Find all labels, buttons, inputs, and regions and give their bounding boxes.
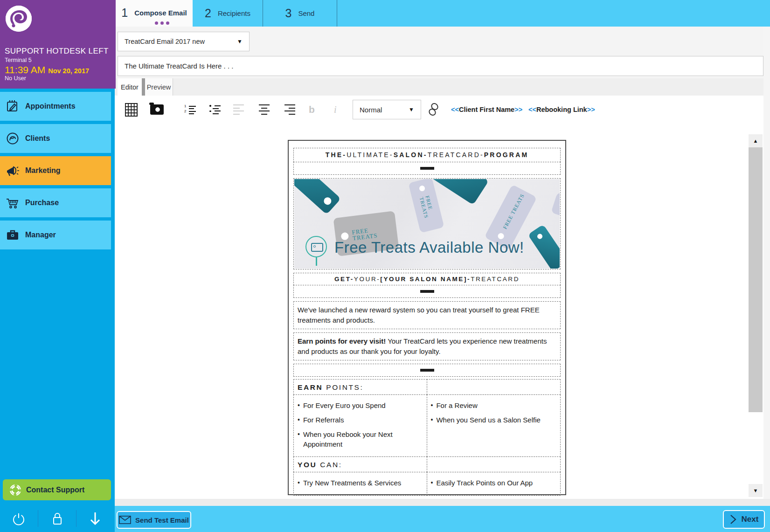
tab-preview-label: Preview — [147, 83, 171, 91]
sidebar-item-label: Clients — [25, 134, 50, 143]
angle-brackets: << — [528, 106, 536, 113]
person-icon — [6, 131, 20, 145]
envelope-icon — [119, 516, 131, 524]
contact-support-button[interactable]: Contact Support — [3, 479, 111, 500]
clock: 11:39 AMNov 20, 2017 — [5, 64, 89, 76]
sidebar-item-manager[interactable]: Manager — [0, 221, 111, 249]
bold-button[interactable]: b — [309, 100, 315, 119]
empty-cell — [427, 456, 561, 472]
next-button[interactable]: Next — [723, 510, 765, 529]
you-can-left-cell: •Try New Treatments & Services — [293, 472, 427, 496]
wizard-step-send[interactable]: 3 Send — [263, 0, 337, 27]
insert-client-first-name-token[interactable]: <<Client First Name>> — [451, 100, 522, 119]
hero-image: FREE TREATS FREE TREATS FREE TREATS Free… — [294, 179, 560, 269]
footer-bar — [115, 506, 770, 532]
calendar-pencil-icon — [6, 99, 20, 113]
time-value: 11:39 AM — [5, 64, 45, 75]
step-progress-dots — [155, 21, 169, 25]
treat-tag — [294, 179, 341, 214]
power-icon — [11, 511, 26, 526]
editor-tab-strip — [115, 78, 763, 96]
tab-preview[interactable]: Preview — [145, 78, 173, 96]
divider-dash — [293, 285, 561, 298]
email-hero-block: FREE TREATS FREE TREATS FREE TREATS Free… — [293, 178, 561, 269]
list-item: When you Send us a Salon Selfie — [436, 415, 540, 425]
sidebar-item-label: Appointments — [25, 102, 76, 111]
treatcard-icon-stem — [316, 257, 317, 266]
sidebar-item-clients[interactable]: Clients — [0, 124, 111, 153]
align-right-icon — [284, 104, 295, 115]
lock-button[interactable] — [49, 510, 66, 528]
angle-brackets: >> — [587, 106, 595, 113]
you-can-right-cell: •Easily Track Points on Our App — [427, 472, 561, 496]
camera-icon — [150, 104, 164, 115]
paragraph-format-select[interactable]: Normal ▼ — [353, 100, 421, 119]
bullet-list-button[interactable] — [209, 100, 221, 119]
earn-points-left-cell: •For Every Euro you Spend •For Referrals… — [293, 394, 427, 457]
scroll-down-button[interactable]: ▼ — [749, 484, 763, 497]
phorest-logo — [6, 6, 32, 32]
subject-value: The Ultimate TreatCard Is Here . . . — [125, 62, 233, 70]
treat-tag: FREE TREATS — [408, 179, 444, 233]
template-select[interactable]: TreatCard Email 2017 new ▼ — [118, 32, 250, 51]
ordered-list-button[interactable]: 1 2 — [184, 100, 196, 119]
treatcard-circle-icon — [305, 236, 327, 257]
sidebar-item-label: Purchase — [25, 199, 59, 207]
ordered-list-icon: 1 2 — [184, 104, 196, 115]
send-test-email-button[interactable]: Send Test Email — [117, 511, 191, 529]
angle-brackets: << — [451, 106, 459, 113]
insert-rebooking-link-token[interactable]: <<Rebooking Link>> — [528, 100, 595, 119]
megaphone-icon — [6, 164, 20, 178]
step-label: Send — [298, 9, 314, 17]
email-template[interactable]: THE-ULTIMATE-SALON-TREATCARD-PROGRAM FRE… — [288, 140, 566, 495]
sidebar-item-label: Marketing — [25, 166, 61, 175]
wizard-step-recipients[interactable]: 2 Recipients — [193, 0, 263, 27]
list-item: For a Review — [436, 401, 477, 410]
footer-separator — [38, 510, 38, 527]
angle-brackets: >> — [514, 106, 522, 113]
email-paragraph-earn: Earn points for every visit! Your TreatC… — [293, 332, 561, 360]
minimize-button[interactable] — [86, 510, 104, 528]
power-button[interactable] — [10, 510, 28, 528]
client-token-label: Client First Name — [459, 106, 514, 113]
align-center-button[interactable] — [259, 100, 270, 119]
align-left-button[interactable] — [233, 100, 244, 119]
align-left-icon — [233, 104, 244, 115]
terminal-subtitle: Terminal 5 — [5, 57, 32, 63]
tab-editor[interactable]: Editor — [118, 78, 142, 96]
align-right-button[interactable] — [284, 100, 295, 119]
subject-input[interactable]: The Ultimate TreatCard Is Here . . . — [118, 56, 763, 76]
list-item: When you Rebook your Next Appointment — [303, 429, 405, 449]
scroll-down-icon: ▼ — [753, 488, 758, 493]
italic-icon: i — [334, 104, 337, 115]
bold-icon: b — [309, 104, 315, 115]
chevron-right-icon — [729, 514, 737, 525]
tab-editor-label: Editor — [121, 83, 139, 91]
current-user: No User — [5, 75, 26, 82]
insert-image-button[interactable] — [150, 100, 164, 119]
insert-table-button[interactable] — [125, 100, 138, 119]
sidebar-item-purchase[interactable]: Purchase — [0, 188, 111, 217]
scroll-up-button[interactable]: ▲ — [749, 134, 763, 147]
list-item: For Referrals — [303, 415, 344, 425]
divider-dash — [293, 364, 561, 377]
email-headline: THE-ULTIMATE-SALON-TREATCARD-PROGRAM — [293, 148, 561, 162]
italic-button[interactable]: i — [334, 100, 337, 119]
wizard-step-compose[interactable]: 1 Compose Email — [116, 0, 193, 27]
step-number: 2 — [205, 7, 211, 20]
sidebar-item-marketing[interactable]: Marketing — [0, 156, 111, 185]
logo-swirl-icon — [6, 6, 32, 32]
email-editor-canvas[interactable]: THE-ULTIMATE-SALON-TREATCARD-PROGRAM FRE… — [115, 124, 763, 499]
hero-caption: Free Treats Available Now! — [334, 239, 524, 256]
scrollbar-thumb[interactable] — [749, 147, 763, 412]
earn-points-header: EARN POINTS: — [293, 379, 427, 395]
insert-link-button[interactable] — [427, 100, 440, 119]
briefcase-icon — [6, 228, 20, 242]
earn-points-right-cell: •For a Review •When you Send us a Salon … — [427, 394, 561, 457]
email-get-line: GET-YOUR-[YOUR SALON NAME]-TREATCARD — [293, 273, 561, 285]
empty-cell — [427, 379, 561, 395]
date-value: Nov 20, 2017 — [48, 67, 89, 75]
sidebar-item-appointments[interactable]: Appointments — [0, 92, 111, 121]
email-paragraph-intro: We've launched a new reward system so yo… — [293, 301, 561, 329]
step-label: Compose Email — [134, 9, 187, 17]
